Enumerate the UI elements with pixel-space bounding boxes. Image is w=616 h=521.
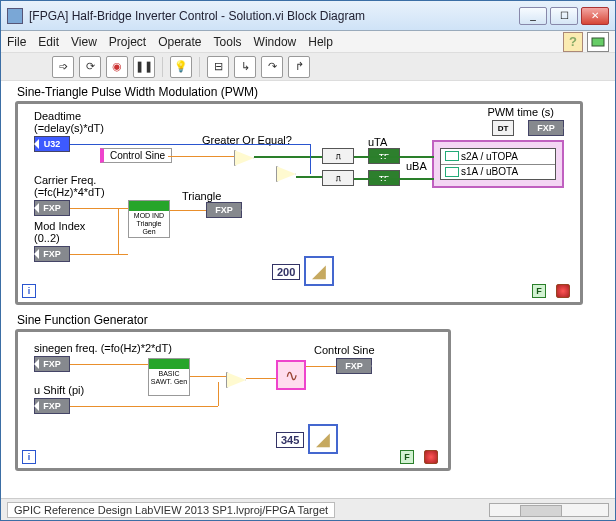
menu-edit[interactable]: Edit	[38, 35, 59, 49]
triangle-gen-node[interactable]: MOD IND Triangle Gen	[128, 200, 170, 238]
loop-condition-terminal-f[interactable]: F	[400, 450, 414, 464]
triangle-indicator[interactable]: FXP	[206, 202, 242, 218]
menu-tools[interactable]: Tools	[214, 35, 242, 49]
abort-button[interactable]: ◉	[106, 56, 128, 78]
add-node[interactable]	[226, 372, 246, 388]
menubar: File Edit View Project Operate Tools Win…	[1, 31, 615, 53]
sinegen-label: sinegen freq. (=fo(Hz)*2*dT)	[34, 342, 172, 354]
uba-label: uBA	[406, 160, 427, 172]
loop-condition-terminal-f[interactable]: F	[532, 284, 546, 298]
menu-view[interactable]: View	[71, 35, 97, 49]
sine-function-node[interactable]: ∿	[276, 360, 306, 390]
iteration-terminal[interactable]: i	[22, 450, 36, 464]
s2a-label: s2A / uTOPA	[461, 151, 518, 162]
step-out-button[interactable]: ↱	[288, 56, 310, 78]
highlight-exec-button[interactable]: 💡	[170, 56, 192, 78]
block-diagram-canvas[interactable]: Sine-Triangle Pulse Width Modulation (PW…	[1, 81, 615, 520]
loop-timer-icon[interactable]	[304, 256, 334, 286]
app-icon	[7, 8, 23, 24]
control-sine-indicator[interactable]: FXP	[336, 358, 372, 374]
step-over-button[interactable]: ↷	[261, 56, 283, 78]
svg-rect-0	[592, 38, 604, 46]
ushift-control[interactable]: FXP	[34, 398, 70, 414]
carrier-label: Carrier Freq.	[34, 174, 96, 186]
delay-uta-node[interactable]: ⎍	[322, 148, 354, 164]
retain-wires-button[interactable]: ⊟	[207, 56, 229, 78]
context-help-icon[interactable]: ?	[563, 32, 583, 52]
pause-button[interactable]: ❚❚	[133, 56, 155, 78]
ushift-label: u Shift (pi)	[34, 384, 84, 396]
run-continuously-button[interactable]: ⟳	[79, 56, 101, 78]
pulse-icon	[445, 151, 459, 161]
project-path-text: GPIC Reference Design LabVIEW 2013 SP1.l…	[7, 502, 335, 518]
pwm-time-label: PWM time (s)	[487, 106, 554, 118]
menu-window[interactable]: Window	[254, 35, 297, 49]
run-button[interactable]: ➩	[52, 56, 74, 78]
step-into-button[interactable]: ↳	[234, 56, 256, 78]
loop-timer-icon[interactable]	[308, 424, 338, 454]
app-window: [FPGA] Half-Bridge Inverter Control - So…	[0, 0, 616, 521]
window-controls: _ ☐ ✕	[519, 7, 609, 25]
pwm-while-loop[interactable]: Deadtime (=delay(s)*dT) U32 PWM time (s)…	[15, 101, 583, 305]
control-sine-out-label: Control Sine	[314, 344, 375, 356]
section-sine-label: Sine Function Generator	[17, 313, 148, 327]
pwm-time-indicator[interactable]: FXP	[528, 120, 564, 136]
deadtime-control[interactable]: U32	[34, 136, 70, 152]
pulse-icon	[445, 167, 459, 177]
loop-timer-const-200[interactable]: 200	[272, 264, 300, 280]
iteration-terminal[interactable]: i	[22, 284, 36, 298]
window-title: [FPGA] Half-Bridge Inverter Control - So…	[29, 9, 519, 23]
maximize-button[interactable]: ☐	[550, 7, 578, 25]
modindex-sub-label: (0..2)	[34, 232, 60, 244]
modindex-label: Mod Index	[34, 220, 85, 232]
stop-terminal[interactable]	[424, 450, 438, 464]
horizontal-scrollbar[interactable]	[489, 503, 609, 517]
greater-or-equal-node[interactable]	[234, 150, 254, 166]
dt-node[interactable]: DT	[492, 120, 514, 136]
vi-icon[interactable]	[587, 32, 609, 52]
delay-uba-node[interactable]: ⎍	[322, 170, 354, 186]
menu-operate[interactable]: Operate	[158, 35, 201, 49]
deadtime-sub-label: (=delay(s)*dT)	[34, 122, 104, 134]
toolbar: ➩ ⟳ ◉ ❚❚ 💡 ⊟ ↳ ↷ ↱	[1, 53, 615, 81]
deadtime-label: Deadtime	[34, 110, 81, 122]
statusbar: GPIC Reference Design LabVIEW 2013 SP1.l…	[1, 498, 615, 520]
titlebar[interactable]: [FPGA] Half-Bridge Inverter Control - So…	[1, 1, 615, 31]
loop-timer-const-345[interactable]: 345	[276, 432, 304, 448]
control-sine-local[interactable]: Control Sine	[100, 148, 172, 163]
not-node[interactable]	[276, 166, 296, 182]
menu-file[interactable]: File	[7, 35, 26, 49]
modindex-control[interactable]: FXP	[34, 246, 70, 262]
section-pwm-label: Sine-Triangle Pulse Width Modulation (PW…	[17, 85, 258, 99]
sawtooth-gen-node[interactable]: BASIC SAWT. Gen	[148, 358, 190, 396]
close-button[interactable]: ✕	[581, 7, 609, 25]
carrier-sub-label: (=fc(Hz)*4*dT)	[34, 186, 105, 198]
sine-while-loop[interactable]: sinegen freq. (=fo(Hz)*2*dT) FXP u Shift…	[15, 329, 451, 471]
menu-help[interactable]: Help	[308, 35, 333, 49]
s1a-label: s1A / uBOTA	[461, 166, 518, 177]
triangle-label: Triangle	[182, 190, 221, 202]
uta-label: uTA	[368, 136, 387, 148]
sinegen-control[interactable]: FXP	[34, 356, 70, 372]
stop-terminal[interactable]	[556, 284, 570, 298]
carrier-control[interactable]: FXP	[34, 200, 70, 216]
menu-project[interactable]: Project	[109, 35, 146, 49]
pwm-output-cluster[interactable]: s2A / uTOPA s1A / uBOTA	[432, 140, 564, 188]
minimize-button[interactable]: _	[519, 7, 547, 25]
